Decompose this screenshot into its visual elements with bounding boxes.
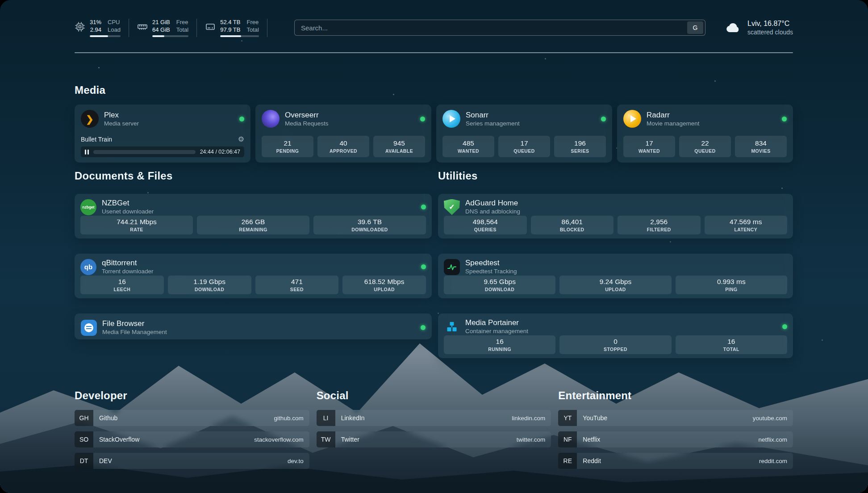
service-card-overseerr[interactable]: Overseerr Media Requests 21 PENDING 40 A… [255,104,431,163]
disk-free-label: Free [246,19,259,26]
cpu-load-value: 2.94 [90,26,101,33]
gear-icon[interactable]: ⚙ [238,135,244,143]
service-card-sonarr[interactable]: Sonarr Series management 485 WANTED 17 Q… [436,104,612,163]
disk-free-value: 52.4 TB [220,19,240,26]
ram-total-value: 64 GiB [152,26,170,33]
ram-total-label: Total [176,26,188,33]
weather-widget: Lviv, 16.87°C scattered clouds [724,19,793,36]
service-name: Sonarr [466,110,520,120]
service-card-speedtest[interactable]: Speedtest Speedtest Tracking 9.65 Gbps D… [438,254,793,298]
bookmark-group-entertainment: Entertainment YT YouTube youtube.com NF … [558,389,793,474]
top-bar: 31% 2.94 CPU Load [75,15,793,40]
ram-free-value: 21 GiB [152,19,170,26]
ram-progress-bar [152,35,188,37]
overseerr-icon [262,110,280,128]
adguard-shield-icon: ✓ [444,199,460,215]
weather-location: Lviv, 16.87°C [747,19,793,28]
service-card-nzbget[interactable]: nzbget NZBGet Usenet downloader 744.21 M… [75,194,432,238]
pause-button[interactable] [85,150,89,155]
bookmark-stackoverflow[interactable]: SO StackOverflow stackoverflow.com [75,431,309,447]
header-divider [75,52,793,53]
qbittorrent-icon: qb [80,259,96,275]
search-bar: G [294,20,705,36]
bookmark-group-social: Social LI LinkedIn linkedin.com TW Twitt… [317,389,551,474]
radarr-icon [623,110,641,128]
service-card-qbittorrent[interactable]: qb qBittorrent Torrent downloader 16 LEE… [75,254,432,298]
netflix-badge-icon: NF [558,431,577,447]
ram-icon [137,21,148,32]
service-name: Radarr [647,110,700,120]
reddit-badge-icon: RE [558,453,577,469]
bookmark-reddit[interactable]: RE Reddit reddit.com [558,453,793,469]
service-subtitle: Media Requests [285,120,329,128]
service-subtitle: Media server [104,120,139,128]
status-dot [782,117,787,121]
bookmark-dev[interactable]: DT DEV dev.to [75,453,309,469]
stat-wanted: 485 WANTED [442,136,494,157]
service-card-filebrowser[interactable]: File Browser Media File Management [75,313,432,339]
cloud-icon [724,21,742,34]
entertainment-section-title: Entertainment [558,389,793,402]
stat-queued: 17 QUEUED [498,136,550,157]
bookmark-youtube[interactable]: YT YouTube youtube.com [558,410,793,426]
disk-total-value: 97.9 TB [220,26,240,33]
stat-upload: 9.24 Gbps UPLOAD [559,276,671,294]
bookmark-group-developer: Developer GH Github github.com SO StackO… [75,389,309,474]
stat-pending: 21 PENDING [262,136,313,157]
stat-latency: 47.569 ms LATENCY [705,216,788,234]
stat-download: 9.65 Gbps DOWNLOAD [444,276,555,294]
stat-approved: 40 APPROVED [317,136,369,157]
dashboard-page: 31% 2.94 CPU Load [0,0,868,493]
ram-free-label: Free [176,19,188,26]
youtube-badge-icon: YT [558,410,577,426]
search-provider-button[interactable]: G [687,21,703,34]
ram-widget: 21 GiB 64 GiB Free Total [137,19,197,37]
filebrowser-icon [81,320,97,336]
service-subtitle: Torrent downloader [102,267,154,276]
plex-icon: ❯ [81,110,99,128]
stat-filtered: 2,956 FILTERED [618,216,701,234]
service-name: Speedtest [465,258,517,267]
stat-downloaded: 39.6 TB DOWNLOADED [313,216,426,234]
section-documents-files: Documents & Files nzbget NZBGet Usenet d… [75,170,432,373]
stat-stopped: 0 STOPPED [559,335,671,354]
twitter-badge-icon: TW [317,431,335,447]
disk-total-label: Total [246,26,259,33]
service-subtitle: Speedtest Tracking [465,267,517,276]
disk-icon [205,21,216,32]
service-name: Overseerr [285,110,329,120]
bookmark-github[interactable]: GH Github github.com [75,410,309,426]
service-card-portainer[interactable]: Media Portainer Container management 16 … [438,313,793,358]
developer-section-title: Developer [75,389,309,402]
service-subtitle: DNS and adblocking [465,208,520,216]
sonarr-icon [442,110,460,128]
service-card-radarr[interactable]: Radarr Movie management 17 WANTED 22 QUE… [617,104,793,163]
stat-upload: 618.52 Mbps UPLOAD [342,276,426,294]
cpu-icon [75,21,85,32]
cpu-label: CPU [108,19,121,26]
service-name: qBittorrent [102,258,154,267]
service-name: AdGuard Home [465,198,520,208]
stat-wanted: 17 WANTED [623,136,675,157]
stat-series: 196 SERIES [554,136,606,157]
service-subtitle: Media File Management [102,328,167,336]
service-subtitle: Series management [466,120,520,128]
stat-download: 1.19 Gbps DOWNLOAD [168,276,251,294]
cpu-widget: 31% 2.94 CPU Load [75,19,129,37]
plex-now-playing: Bullet Train ⚙ 24:44 / 02:06:47 [81,135,244,157]
status-dot [421,205,426,209]
bookmark-netflix[interactable]: NF Netflix netflix.com [558,431,793,447]
disk-widget: 52.4 TB 97.9 TB Free Total [205,19,267,37]
status-dot [601,117,606,121]
bookmark-twitter[interactable]: TW Twitter twitter.com [317,431,551,447]
search-input[interactable] [295,24,687,32]
utilities-section-title: Utilities [438,170,793,182]
stat-leech: 16 LEECH [80,276,164,294]
service-card-plex[interactable]: ❯ Plex Media server Bullet Train ⚙ [75,104,250,163]
service-card-adguard[interactable]: ✓ AdGuard Home DNS and adblocking 498,56… [438,194,793,238]
playback-strip: 24:44 / 02:06:47 [81,146,244,157]
stackoverflow-badge-icon: SO [75,431,93,447]
bookmark-linkedin[interactable]: LI LinkedIn linkedin.com [317,410,551,426]
playback-progress-track[interactable] [93,150,196,154]
cpu-load-label: Load [108,26,121,33]
